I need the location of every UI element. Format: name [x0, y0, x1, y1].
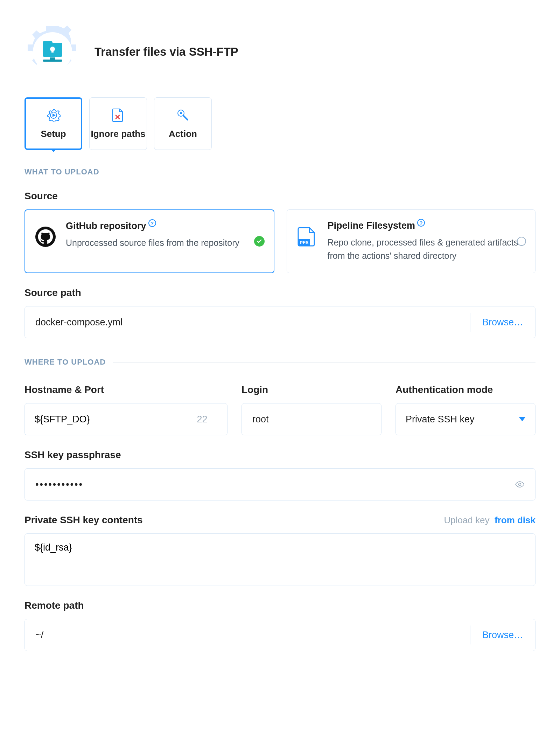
port-input[interactable]	[177, 403, 227, 435]
remote-path-input[interactable]	[25, 630, 470, 641]
card-desc: Unprocessed source files from the reposi…	[66, 236, 263, 250]
tab-label: Setup	[41, 129, 66, 139]
login-input-wrapper	[241, 403, 382, 435]
source-option-pipeline-filesystem[interactable]: PFS Pipeline Filesystem ? Repo clone, pr…	[287, 209, 536, 273]
browse-remote-path-button[interactable]: Browse…	[470, 626, 535, 644]
svg-point-10	[180, 112, 182, 114]
tab-label: Ignore paths	[91, 129, 145, 139]
card-title-text: GitHub repository	[66, 221, 146, 232]
tab-action[interactable]: Action	[154, 97, 212, 150]
page-title: Transfer files via SSH-FTP	[94, 45, 238, 58]
tab-setup[interactable]: Setup	[24, 97, 82, 150]
gear-icon	[24, 24, 80, 80]
passphrase-label: SSH key passphrase	[24, 449, 536, 461]
upload-key-hint: Upload key from disk	[444, 515, 536, 526]
toggle-password-visibility[interactable]	[504, 481, 535, 488]
selected-indicator	[254, 236, 265, 247]
card-body: Pipeline Filesystem ? Repo clone, proces…	[328, 220, 525, 262]
svg-text:PFS: PFS	[300, 240, 309, 245]
divider	[113, 362, 536, 362]
source-path-input-wrapper: Browse…	[24, 306, 536, 338]
private-key-textarea-wrapper	[24, 533, 536, 586]
radio-icon	[517, 237, 526, 246]
section-where-to-upload: WHERE TO UPLOAD	[24, 358, 536, 367]
private-key-label-row: Private SSH key contents Upload key from…	[24, 514, 536, 526]
source-path-label: Source path	[24, 287, 536, 298]
tabs: Setup Ignore paths Action	[24, 97, 536, 150]
browse-source-path-button[interactable]: Browse…	[470, 313, 535, 332]
login-input[interactable]	[242, 414, 381, 425]
section-label-text: WHERE TO UPLOAD	[24, 358, 106, 367]
card-body: GitHub repository ? Unprocessed source f…	[66, 221, 263, 250]
card-desc: Repo clone, processed files & generated …	[328, 236, 525, 262]
check-icon	[254, 236, 265, 247]
pfs-icon: PFS	[296, 225, 318, 248]
svg-rect-2	[43, 41, 52, 45]
tab-ignore-paths[interactable]: Ignore paths	[89, 97, 147, 150]
remote-path-input-wrapper: Browse…	[24, 619, 536, 651]
caret-down-icon	[519, 417, 525, 421]
source-option-github[interactable]: GitHub repository ? Unprocessed source f…	[24, 209, 274, 273]
wrench-gear-icon	[176, 108, 190, 122]
tab-label: Action	[169, 129, 197, 139]
auth-mode-value: Private SSH key	[406, 414, 475, 425]
remote-path-label: Remote path	[24, 600, 536, 611]
radio-indicator	[517, 237, 526, 246]
svg-rect-5	[43, 60, 62, 62]
login-label: Login	[241, 384, 382, 395]
source-path-input[interactable]	[25, 317, 470, 328]
svg-rect-6	[50, 57, 55, 60]
passphrase-input-wrapper	[24, 468, 536, 500]
connection-row: Hostname & Port Login Authentication mod…	[24, 370, 536, 435]
source-options: GitHub repository ? Unprocessed source f…	[24, 209, 536, 273]
hostname-port-label: Hostname & Port	[24, 384, 227, 395]
divider	[106, 172, 536, 172]
auth-mode-select[interactable]: Private SSH key	[396, 403, 536, 435]
upload-key-muted: Upload key	[444, 515, 489, 525]
hostname-port-group	[24, 403, 227, 435]
eye-icon	[515, 481, 525, 488]
auth-mode-label: Authentication mode	[396, 384, 536, 395]
svg-point-15	[519, 483, 521, 486]
help-icon[interactable]: ?	[417, 219, 425, 227]
passphrase-input[interactable]	[25, 479, 504, 490]
section-what-to-upload: WHAT TO UPLOAD	[24, 167, 536, 177]
upload-key-from-disk-link[interactable]: from disk	[495, 515, 536, 525]
gear-play-icon	[47, 108, 61, 122]
svg-marker-14	[519, 417, 525, 421]
hostname-input[interactable]	[24, 403, 177, 435]
source-label: Source	[24, 191, 536, 202]
section-label-text: WHAT TO UPLOAD	[24, 167, 99, 177]
private-key-label: Private SSH key contents	[24, 514, 143, 526]
private-key-textarea[interactable]	[35, 542, 525, 575]
action-badge	[24, 24, 80, 80]
file-x-icon	[112, 108, 125, 122]
card-title-text: Pipeline Filesystem	[328, 220, 415, 231]
github-icon	[34, 226, 57, 248]
page-header: Transfer files via SSH-FTP	[24, 24, 536, 80]
help-icon[interactable]: ?	[148, 219, 156, 227]
svg-rect-4	[51, 49, 54, 53]
